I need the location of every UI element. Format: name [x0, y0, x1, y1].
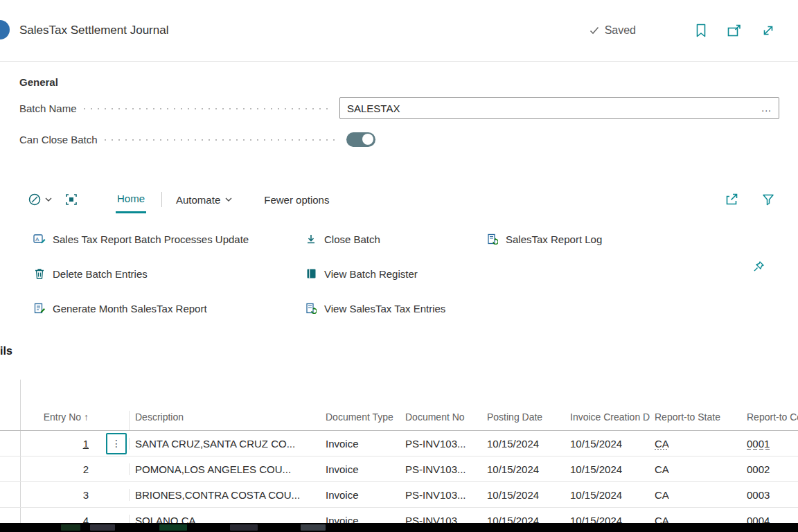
app-back-button[interactable]: [0, 20, 10, 39]
general-section-title: General: [19, 76, 779, 88]
action-view-salestax-tax-entries[interactable]: View SalesTax Tax Entries: [305, 303, 486, 314]
entry-no-cell[interactable]: 2: [21, 463, 104, 475]
col-invoice-creation-date[interactable]: Invoice Creation Date: [565, 411, 650, 430]
can-close-batch-field-row: Can Close Batch: [19, 128, 779, 150]
bookmark-button[interactable]: [695, 24, 707, 37]
description-cell[interactable]: POMONA,LOS ANGELES COU...: [129, 463, 320, 475]
edit-circle-icon: [28, 193, 42, 206]
action-generate-month-salestax-report[interactable]: Generate Month SalesTax Report: [33, 303, 305, 314]
expand-button[interactable]: [762, 24, 774, 37]
taskbar-item[interactable]: [230, 524, 258, 531]
action-view-batch-register[interactable]: View Batch Register: [305, 268, 486, 280]
batch-update-icon: A: [33, 233, 46, 245]
posting-date-cell[interactable]: 10/15/2024: [482, 438, 565, 450]
filter-button[interactable]: [762, 193, 774, 206]
save-status: Saved: [589, 24, 636, 37]
report-log-icon: [486, 233, 499, 245]
col-report-to-county[interactable]: Report-to County: [741, 411, 798, 430]
col-posting-date[interactable]: Posting Date: [482, 411, 565, 430]
batch-name-input[interactable]: SALESTAX ...: [339, 97, 779, 119]
fewer-options-button[interactable]: Fewer options: [264, 194, 329, 206]
document-type-cell[interactable]: Invoice: [320, 438, 400, 450]
report-to-county-cell[interactable]: 0003: [741, 489, 798, 501]
general-section: General Batch Name SALESTAX ... Can Clos…: [19, 76, 779, 150]
document-type-cell[interactable]: Invoice: [320, 489, 400, 501]
posting-date-cell[interactable]: 10/15/2024: [482, 463, 565, 475]
report-to-county-cell[interactable]: 0002: [741, 463, 798, 475]
tax-entries-icon: [305, 303, 317, 314]
invoice-creation-date-cell[interactable]: 10/15/2024: [565, 463, 650, 475]
table-row[interactable]: 3 BRIONES,CONTRA COSTA COU... Invoice PS…: [0, 482, 798, 508]
taskbar-item[interactable]: [159, 524, 187, 531]
report-to-state-link[interactable]: CA: [655, 438, 669, 450]
document-type-cell[interactable]: Invoice: [320, 463, 400, 475]
dotted-leader: [84, 108, 331, 109]
focus-frame-icon: [64, 193, 78, 206]
share-button[interactable]: [725, 193, 738, 206]
can-close-batch-toggle[interactable]: [346, 132, 375, 147]
col-row-menu: [104, 424, 129, 430]
taskbar-item[interactable]: [90, 524, 115, 531]
batch-name-field-row: Batch Name SALESTAX ...: [19, 97, 779, 119]
row-selector[interactable]: [0, 456, 21, 481]
attach-menu-button[interactable]: [28, 193, 52, 206]
entry-no-link[interactable]: 1: [83, 438, 89, 450]
toolbar-right: [725, 193, 774, 206]
report-to-state-cell[interactable]: CA: [650, 489, 741, 501]
open-in-window-button[interactable]: [727, 24, 741, 37]
action-sales-tax-report-batch-processes-update[interactable]: A Sales Tax Report Batch Processes Updat…: [33, 233, 305, 245]
page-header: SalesTax Settlement Journal Saved: [19, 0, 774, 61]
description-cell[interactable]: BRIONES,CONTRA COSTA COU...: [129, 489, 320, 501]
entry-no-cell[interactable]: 3: [21, 489, 104, 501]
col-document-no[interactable]: Document No: [400, 411, 482, 430]
header-divider: [0, 61, 798, 62]
col-document-type[interactable]: Document Type: [320, 411, 400, 430]
chevron-down-icon: [45, 197, 52, 202]
share-icon: [725, 193, 738, 206]
batch-name-value[interactable]: SALESTAX: [347, 103, 761, 114]
tab-automate[interactable]: Automate: [176, 194, 232, 206]
posting-date-cell[interactable]: 10/15/2024: [482, 489, 565, 501]
row-selector[interactable]: [0, 482, 21, 507]
table-row[interactable]: 1 ⋮ SANTA CRUZ,SANTA CRUZ CO... Invoice …: [0, 431, 798, 456]
invoice-creation-date-cell[interactable]: 10/15/2024: [565, 438, 650, 450]
select-column-header: [0, 380, 21, 430]
action-close-batch[interactable]: Close Batch: [305, 233, 486, 245]
description-cell[interactable]: SANTA CRUZ,SANTA CRUZ CO...: [129, 438, 320, 450]
row-selector[interactable]: [0, 431, 21, 456]
document-no-cell[interactable]: PS-INV103...: [400, 489, 482, 501]
salestax-settlement-journal-page: SalesTax Settlement Journal Saved Genera…: [0, 0, 798, 532]
col-report-to-state[interactable]: Report-to State: [650, 411, 741, 430]
chevron-down-icon: [225, 197, 232, 202]
save-status-label: Saved: [605, 24, 636, 37]
toolbar-separator: [161, 192, 162, 207]
delete-icon: [33, 268, 46, 279]
document-no-cell[interactable]: PS-INV103...: [400, 463, 482, 475]
report-to-state-cell[interactable]: CA: [650, 463, 741, 475]
header-actions: Saved: [589, 24, 774, 37]
filter-icon: [762, 193, 774, 206]
expand-diagonal-icon: [762, 24, 774, 37]
page-title: SalesTax Settlement Journal: [19, 24, 168, 37]
batch-name-label: Batch Name: [19, 103, 77, 114]
open-in-window-icon: [727, 24, 741, 37]
batch-register-icon: [305, 268, 317, 279]
batch-name-lookup-button[interactable]: ...: [761, 103, 772, 114]
report-to-county-link[interactable]: 0001: [747, 438, 770, 450]
document-no-cell[interactable]: PS-INV103...: [400, 438, 482, 450]
tab-home[interactable]: Home: [116, 186, 146, 213]
col-entry-no[interactable]: Entry No ↑: [21, 411, 104, 430]
taskbar-item[interactable]: [61, 524, 80, 531]
row-menu-button[interactable]: ⋮: [106, 433, 127, 454]
invoice-creation-date-cell[interactable]: 10/15/2024: [565, 489, 650, 501]
pin-icon: [752, 260, 765, 273]
taskbar-item[interactable]: [301, 524, 326, 531]
check-icon: [589, 26, 599, 35]
pin-button[interactable]: [752, 260, 765, 275]
action-delete-batch-entries[interactable]: Delete Batch Entries: [33, 268, 305, 280]
col-description[interactable]: Description: [129, 411, 320, 430]
action-salestax-report-log[interactable]: SalesTax Report Log: [486, 233, 776, 245]
action-links: A Sales Tax Report Batch Processes Updat…: [33, 222, 776, 326]
table-row[interactable]: 2 POMONA,LOS ANGELES COU... Invoice PS-I…: [0, 456, 798, 482]
focus-mode-button[interactable]: [64, 193, 78, 206]
